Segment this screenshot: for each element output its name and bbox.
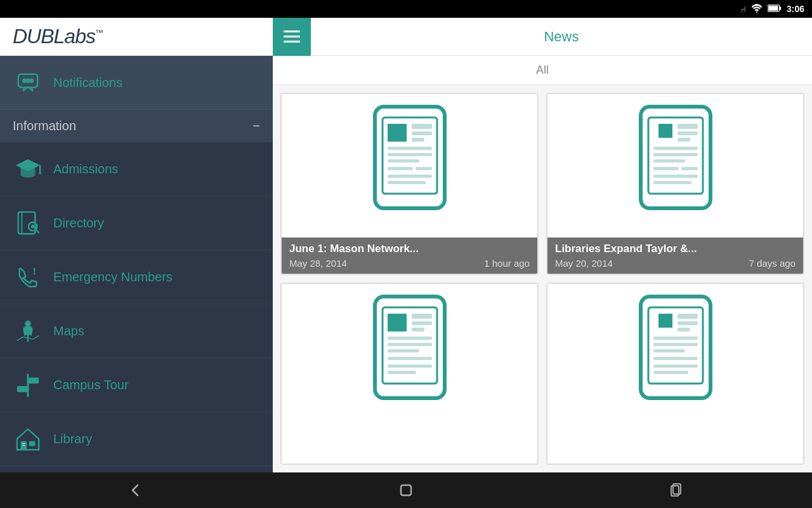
svg-rect-71: [658, 314, 672, 328]
news-card-2-date: May 20, 2014: [555, 258, 613, 269]
news-card-4[interactable]: [546, 283, 804, 465]
collapse-icon[interactable]: −: [252, 119, 260, 133]
svg-point-17: [25, 321, 31, 327]
information-label: Information: [13, 119, 76, 133]
sidebar-item-admissions[interactable]: Admissions: [0, 142, 273, 196]
news-card-1-footer: June 1: Mason Network... May 28, 2014 1 …: [282, 237, 537, 274]
svg-rect-28: [29, 441, 36, 446]
status-time: 3:06: [787, 4, 804, 14]
svg-rect-78: [653, 357, 698, 360]
home-button[interactable]: [387, 478, 425, 503]
sidebar-item-emergency[interactable]: ! Emergency Numbers: [0, 250, 273, 304]
emergency-label: Emergency Numbers: [53, 270, 173, 284]
content-area: All: [273, 56, 812, 472]
svg-rect-63: [388, 337, 432, 340]
news-card-3[interactable]: [280, 283, 539, 465]
sidebar-item-library[interactable]: Library: [0, 412, 273, 466]
svg-rect-48: [678, 131, 698, 135]
notifications-label: Notifications: [53, 76, 122, 90]
svg-rect-25: [17, 386, 28, 392]
svg-rect-68: [388, 371, 416, 374]
main-content: Notifications Information − Admissions: [0, 56, 812, 472]
admissions-icon: [13, 154, 43, 184]
svg-rect-23: [28, 378, 39, 384]
svg-rect-40: [388, 167, 413, 170]
admissions-label: Admissions: [53, 162, 118, 177]
campustour-icon: [13, 370, 43, 400]
svg-rect-81: [401, 485, 411, 495]
directory-icon: [13, 208, 43, 238]
news-card-1-image: [282, 94, 537, 221]
information-section-header[interactable]: Information −: [0, 110, 273, 142]
svg-rect-56: [653, 181, 691, 184]
wifi-icon: [751, 4, 763, 15]
hamburger-icon: [284, 30, 300, 43]
svg-line-19: [17, 337, 23, 341]
svg-rect-39: [388, 159, 419, 163]
filter-bar: All: [273, 56, 812, 85]
sidebar-item-campustour[interactable]: Campus Tour: [0, 358, 273, 412]
back-button[interactable]: [116, 478, 154, 503]
bluetooth-icon: ⑁: [741, 4, 746, 14]
svg-rect-62: [412, 328, 424, 331]
svg-rect-3: [768, 6, 778, 11]
sidebar-item-directory[interactable]: Directory: [0, 196, 273, 250]
svg-rect-46: [658, 124, 672, 138]
directory-label: Directory: [53, 216, 104, 231]
svg-rect-75: [653, 337, 698, 340]
svg-text:!: !: [33, 265, 36, 276]
news-card-1[interactable]: June 1: Mason Network... May 28, 2014 1 …: [280, 93, 539, 275]
svg-rect-52: [653, 159, 685, 163]
svg-rect-76: [653, 343, 698, 346]
svg-point-10: [39, 172, 41, 175]
news-card-2-ago: 7 days ago: [749, 258, 796, 269]
svg-rect-47: [678, 124, 698, 129]
library-label: Library: [53, 432, 92, 446]
svg-rect-55: [653, 175, 698, 178]
maps-label: Maps: [53, 324, 84, 338]
svg-rect-50: [653, 147, 698, 150]
svg-rect-2: [780, 6, 782, 10]
svg-rect-41: [416, 167, 432, 170]
news-card-1-ago: 1 hour ago: [484, 258, 530, 269]
recents-button[interactable]: [658, 478, 696, 503]
news-card-4-image: [547, 284, 803, 411]
header-title-area: News: [311, 29, 812, 45]
svg-rect-38: [388, 153, 432, 156]
notifications-icon: [13, 67, 43, 98]
svg-rect-43: [388, 181, 426, 184]
svg-rect-33: [388, 124, 407, 142]
logo-area: DUBLabs™: [0, 25, 273, 48]
sidebar-item-maps[interactable]: Maps: [0, 304, 273, 358]
news-card-1-date: May 28, 2014: [289, 258, 347, 269]
page-title: News: [544, 29, 579, 45]
filter-all[interactable]: All: [536, 64, 549, 77]
svg-rect-35: [412, 131, 432, 135]
svg-rect-60: [412, 314, 432, 319]
news-card-1-meta: May 28, 2014 1 hour ago: [289, 258, 530, 269]
svg-point-15: [31, 225, 35, 229]
svg-rect-72: [678, 314, 698, 319]
app-bar: DUBLabs™ News: [0, 18, 812, 56]
svg-rect-67: [388, 364, 432, 368]
svg-point-0: [756, 11, 757, 12]
svg-rect-42: [388, 175, 432, 178]
nav-bar: [0, 472, 812, 508]
svg-point-7: [30, 79, 33, 83]
svg-rect-49: [678, 138, 690, 142]
campustour-label: Campus Tour: [53, 378, 129, 392]
svg-rect-74: [678, 328, 690, 331]
svg-rect-65: [388, 349, 419, 352]
news-card-2[interactable]: Libraries Expand Taylor &... May 20, 201…: [546, 93, 804, 275]
svg-line-14: [36, 230, 39, 233]
news-card-1-title: June 1: Mason Network...: [289, 243, 530, 255]
news-card-2-meta: May 20, 2014 7 days ago: [555, 258, 796, 269]
sidebar-item-notifications[interactable]: Notifications: [0, 56, 273, 110]
svg-rect-61: [412, 321, 432, 325]
sidebar: Notifications Information − Admissions: [0, 56, 273, 472]
svg-rect-59: [388, 314, 407, 331]
news-card-2-title: Libraries Expand Taylor &...: [555, 243, 796, 255]
svg-rect-37: [388, 147, 432, 150]
hamburger-button[interactable]: [273, 18, 311, 56]
svg-rect-53: [653, 167, 679, 170]
